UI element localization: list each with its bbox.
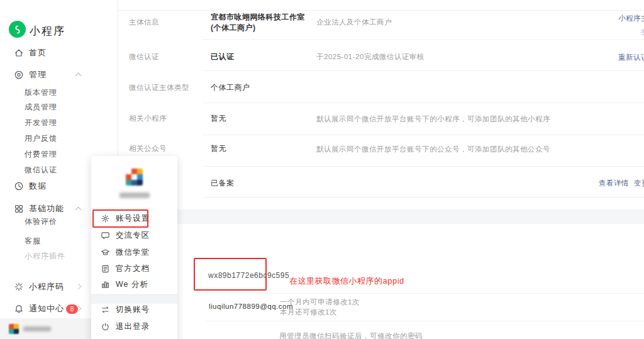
- menu-item-logout[interactable]: 退出登录: [91, 319, 177, 334]
- home-icon: [14, 48, 24, 58]
- link-change-filing[interactable]: 变更: [634, 179, 644, 188]
- value-subject-name: 宜都市咏翊网络科技工作室(个体工商户): [211, 12, 306, 33]
- value-related-oa-none: 暂无: [211, 143, 226, 154]
- row-divider: [203, 135, 644, 135]
- menu-item-we-analytics[interactable]: We 分析: [91, 276, 177, 292]
- miniprogram-logo-icon: [9, 21, 26, 38]
- account-popup-menu: 账号设置 交流专区 微信学堂 官方文档 We 分析 切换账号 退出登录: [91, 156, 177, 339]
- value-verified: 已认证: [211, 52, 235, 62]
- row-divider: [206, 293, 644, 294]
- appid-annotation-text: 在这里获取微信小程序的appid: [289, 275, 404, 287]
- sidebar-item-manage[interactable]: 管理: [0, 67, 118, 83]
- bell-icon: [14, 304, 24, 314]
- row-divider: [203, 103, 644, 103]
- label-wechat-verify: 微信认证: [129, 52, 159, 62]
- popup-avatar: [126, 169, 143, 186]
- menu-item-wechat-school[interactable]: 微信学堂: [91, 244, 177, 260]
- sidebar-item-dev-manage[interactable]: 开发管理: [0, 115, 118, 130]
- wechat-miniprogram-console: 主体信息 宜都市咏翊网络科技工作室(个体工商户) 企业法人及个体工商户 小程序主…: [0, 0, 644, 339]
- email-rule-2: 本月还可修改1次: [280, 308, 337, 317]
- label-related-official-accounts: 相关公众号: [129, 144, 167, 153]
- settings-highlight-box: [92, 209, 148, 228]
- label-subject-info: 主体信息: [129, 18, 159, 27]
- app-title: 小程序: [30, 24, 65, 38]
- value-related-mp-none: 暂无: [211, 113, 226, 124]
- label-related-miniprograms: 相关小程序: [129, 114, 167, 123]
- menu-item-official-docs[interactable]: 官方文档: [91, 260, 177, 277]
- miniprogram-code-icon: [14, 282, 24, 292]
- grid-icon: [14, 204, 24, 214]
- label-verify-subject-type: 微信认证主体类型: [129, 83, 189, 92]
- document-icon: [101, 264, 110, 274]
- sidebar-item-home[interactable]: 首页: [0, 45, 118, 61]
- row-divider: [206, 321, 644, 321]
- value-icp-filed: 已备案: [211, 178, 235, 189]
- chevron-up-icon: [75, 207, 82, 213]
- chevron-up-icon: [75, 73, 82, 79]
- link-change-subject[interactable]: 小程序主体变更: [618, 14, 644, 23]
- desc-verify-date: 于2025-01-20完成微信认证审核: [316, 52, 425, 62]
- manage-icon: [14, 70, 24, 80]
- link-change-fragment[interactable]: 变更: [641, 28, 644, 37]
- row-divider: [203, 70, 644, 71]
- appid-value: wx89b1772e6bc9c595: [208, 271, 289, 280]
- graduation-cap-icon: [101, 248, 110, 257]
- bar-chart-icon: [101, 280, 110, 289]
- email-rule-1: 一个月内可申请修改1次: [280, 297, 360, 307]
- sidebar-item-version-manage[interactable]: 版本管理: [0, 85, 118, 100]
- swap-arrows-icon: [101, 305, 110, 314]
- row-divider: [203, 39, 644, 40]
- power-icon: [101, 322, 110, 331]
- section-gap: [118, 209, 644, 224]
- menu-item-forum[interactable]: 交流专区: [91, 227, 177, 243]
- row-divider: [203, 166, 644, 167]
- account-avatar: [9, 324, 19, 334]
- chevron-right-icon: [75, 284, 82, 290]
- desc-subject-type: 企业法人及个体工商户: [316, 18, 392, 27]
- value-individual-business: 个体工商户: [211, 82, 250, 93]
- content-top-divider: [118, 10, 644, 11]
- menu-item-switch-account[interactable]: 切换账号: [91, 302, 177, 317]
- row-divider: [203, 197, 644, 197]
- data-clock-icon: [14, 181, 24, 191]
- popup-account-name-blurred: [119, 192, 150, 198]
- account-name-blurred: [23, 326, 51, 331]
- link-reverify[interactable]: 重新认证: [618, 53, 644, 62]
- password-hint-clipped: 用管理员微信扫码验证后，可修改你的密码: [279, 331, 423, 339]
- desc-related-oa: 默认展示同个微信开放平台账号下的公众号，可添加团队的其他公众号: [316, 145, 550, 154]
- chat-bubble-icon: [101, 231, 110, 240]
- sidebar-item-member-manage[interactable]: 成员管理: [0, 99, 118, 114]
- link-view-details[interactable]: 查看详情: [599, 179, 629, 188]
- desc-related-mp: 默认展示同个微信开放平台账号下的小程序，可添加团队的其他小程序: [316, 114, 550, 124]
- sidebar-item-user-feedback[interactable]: 用户反馈: [0, 131, 118, 146]
